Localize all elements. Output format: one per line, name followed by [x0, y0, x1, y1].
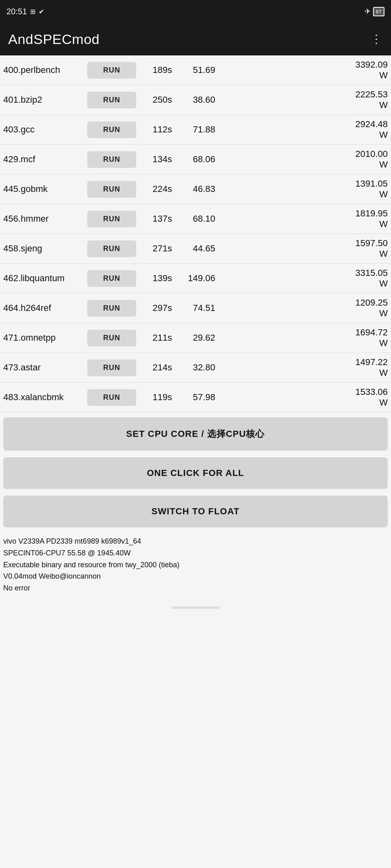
benchmark-list: 400.perlbenchRUN189s51.693392.09 W401.bz…	[0, 55, 391, 412]
bottom-navigation-bar	[171, 606, 220, 609]
benchmark-watts: 1209.25 W	[221, 297, 388, 319]
benchmark-time: 271s	[139, 243, 175, 254]
benchmark-watts: 1819.95 W	[221, 208, 388, 229]
table-row: 462.libquantumRUN139s149.063315.05 W	[0, 264, 391, 293]
overflow-menu-button[interactable]: ⋮	[371, 33, 383, 45]
footer-info: vivo V2339A PD2339 mt6989 k6989v1_64 SPE…	[0, 531, 391, 602]
benchmark-time: 134s	[139, 154, 175, 165]
table-row: 429.mcfRUN134s68.062010.00 W	[0, 145, 391, 174]
status-time-area: 20:51 ⊞ ✔	[7, 7, 44, 16]
run-button[interactable]: RUN	[87, 62, 136, 79]
benchmark-score: 68.06	[178, 154, 219, 165]
benchmark-name: 483.xalancbmk	[3, 392, 85, 403]
table-row: 471.omnetppRUN211s29.621694.72 W	[0, 323, 391, 353]
benchmark-score: 68.10	[178, 214, 219, 224]
battery-indicator: 87	[373, 7, 384, 16]
app-bar: AndSPECmod ⋮	[0, 23, 391, 55]
benchmark-score: 74.51	[178, 303, 219, 313]
airplane-icon: ✈	[364, 7, 371, 16]
app-title: AndSPECmod	[8, 31, 99, 47]
benchmark-watts: 3392.09 W	[221, 59, 388, 81]
run-button[interactable]: RUN	[87, 270, 136, 287]
sim-icon: ⊞	[30, 8, 35, 15]
benchmark-time: 214s	[139, 362, 175, 373]
benchmark-watts: 3315.05 W	[221, 268, 388, 289]
table-row: 401.bzip2RUN250s38.602225.53 W	[0, 85, 391, 115]
benchmark-name: 456.hmmer	[3, 213, 85, 225]
footer-line-1: vivo V2339A PD2339 mt6989 k6989v1_64	[3, 535, 388, 547]
run-button[interactable]: RUN	[87, 240, 136, 257]
table-row: 400.perlbenchRUN189s51.693392.09 W	[0, 55, 391, 85]
run-button[interactable]: RUN	[87, 389, 136, 406]
benchmark-name: 401.bzip2	[3, 94, 85, 106]
benchmark-score: 44.65	[178, 243, 219, 254]
benchmark-score: 51.69	[178, 65, 219, 75]
benchmark-watts: 2225.53 W	[221, 89, 388, 110]
run-button[interactable]: RUN	[87, 300, 136, 317]
benchmark-time: 189s	[139, 65, 175, 75]
benchmark-name: 400.perlbench	[3, 64, 85, 76]
table-row: 403.gccRUN112s71.882924.48 W	[0, 115, 391, 145]
run-button[interactable]: RUN	[87, 92, 136, 108]
benchmark-watts: 2010.00 W	[221, 149, 388, 170]
benchmark-score: 38.60	[178, 95, 219, 105]
table-row: 445.gobmkRUN224s46.831391.05 W	[0, 174, 391, 204]
table-row: 456.hmmerRUN137s68.101819.95 W	[0, 204, 391, 234]
run-button[interactable]: RUN	[87, 330, 136, 346]
run-button[interactable]: RUN	[87, 151, 136, 168]
benchmark-watts: 1533.06 W	[221, 387, 388, 408]
benchmark-time: 119s	[139, 392, 175, 403]
benchmark-time: 224s	[139, 184, 175, 194]
benchmark-time: 137s	[139, 214, 175, 224]
time-display: 20:51	[7, 7, 27, 16]
benchmark-time: 211s	[139, 333, 175, 343]
benchmark-name: 403.gcc	[3, 124, 85, 136]
table-row: 483.xalancbmkRUN119s57.981533.06 W	[0, 383, 391, 412]
footer-line-3: Executable binary and resource from twy_…	[3, 559, 388, 571]
benchmark-name: 429.mcf	[3, 154, 85, 165]
benchmark-score: 29.62	[178, 333, 219, 343]
action-buttons-container: SET CPU CORE / 选择CPU核心 ONE CLICK FOR ALL…	[0, 414, 391, 531]
benchmark-score: 46.83	[178, 184, 219, 194]
benchmark-score: 57.98	[178, 392, 219, 403]
footer-line-5: No error	[3, 582, 388, 594]
benchmark-time: 250s	[139, 95, 175, 105]
benchmark-watts: 1391.05 W	[221, 178, 388, 200]
benchmark-score: 71.88	[178, 124, 219, 135]
run-button[interactable]: RUN	[87, 181, 136, 198]
benchmark-watts: 2924.48 W	[221, 119, 388, 140]
footer-line-2: SPECINT06-CPU7 55.58 @ 1945.40W	[3, 547, 388, 559]
benchmark-watts: 1694.72 W	[221, 327, 388, 348]
run-button[interactable]: RUN	[87, 211, 136, 227]
switch-to-float-button[interactable]: SWITCH TO FLOAT	[3, 496, 388, 527]
table-row: 464.h264refRUN297s74.511209.25 W	[0, 293, 391, 323]
benchmark-name: 445.gobmk	[3, 183, 85, 195]
benchmark-name: 458.sjeng	[3, 243, 85, 255]
status-bar: 20:51 ⊞ ✔ ✈ 87	[0, 0, 391, 23]
table-row: 458.sjengRUN271s44.651597.50 W	[0, 234, 391, 264]
benchmark-watts: 1497.22 W	[221, 357, 388, 378]
benchmark-name: 462.libquantum	[3, 273, 85, 284]
table-row: 473.astarRUN214s32.801497.22 W	[0, 353, 391, 383]
benchmark-name: 473.astar	[3, 362, 85, 374]
benchmark-time: 297s	[139, 303, 175, 313]
benchmark-time: 112s	[139, 124, 175, 135]
status-right-icons: ✈ 87	[364, 7, 384, 16]
set-cpu-core-button[interactable]: SET CPU CORE / 选择CPU核心	[3, 417, 388, 451]
benchmark-score: 32.80	[178, 362, 219, 373]
benchmark-time: 139s	[139, 273, 175, 284]
run-button[interactable]: RUN	[87, 121, 136, 138]
benchmark-name: 464.h264ref	[3, 302, 85, 314]
benchmark-score: 149.06	[178, 273, 219, 284]
run-button[interactable]: RUN	[87, 359, 136, 376]
check-icon: ✔	[39, 8, 44, 15]
footer-line-4: V0.04mod Weibo@ioncannon	[3, 571, 388, 582]
benchmark-watts: 1597.50 W	[221, 238, 388, 259]
benchmark-name: 471.omnetpp	[3, 332, 85, 344]
one-click-for-all-button[interactable]: ONE CLICK FOR ALL	[3, 457, 388, 489]
